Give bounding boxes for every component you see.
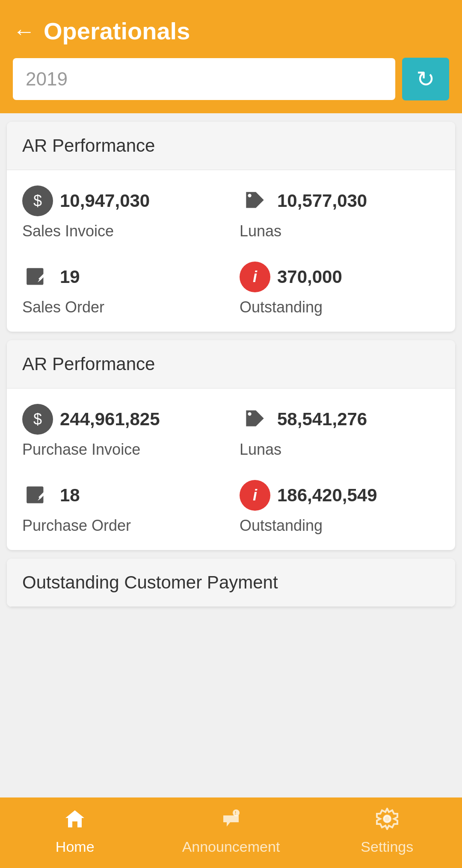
settings-icon: [376, 808, 398, 835]
sales-invoice-label: Sales Invoice: [22, 222, 222, 240]
ar-performance-section-2: AR Performance $ 244,961,825 Purchase In…: [7, 340, 455, 550]
refresh-button[interactable]: ↻: [402, 58, 449, 100]
search-row: ↻: [13, 58, 449, 100]
lunas-1-value-row: 10,577,030: [240, 185, 440, 216]
outstanding-2-value: 186,420,549: [277, 485, 377, 506]
tag-icon-2: [240, 404, 270, 435]
outstanding-1-value-row: i 370,000: [240, 262, 440, 292]
header: ← Operationals ↻: [0, 0, 462, 113]
lunas-2-value-row: 58,541,276: [240, 404, 440, 435]
nav-announcement-label: Announcement: [182, 839, 280, 855]
nav-item-announcement[interactable]: ! Announcement: [182, 808, 280, 855]
lunas-1-label: Lunas: [240, 222, 440, 240]
outstanding-2-value-row: i 186,420,549: [240, 480, 440, 511]
section-title-2: AR Performance: [22, 354, 155, 374]
lunas-2-label: Lunas: [240, 441, 440, 459]
year-input[interactable]: [13, 58, 395, 100]
section-title-1: AR Performance: [22, 135, 155, 156]
outstanding-2-label: Outstanding: [240, 517, 440, 535]
purchase-order-label: Purchase Order: [22, 517, 222, 535]
sales-order-label: Sales Order: [22, 298, 222, 316]
nav-home-label: Home: [56, 839, 95, 855]
metric-outstanding-2[interactable]: i 186,420,549 Outstanding: [240, 480, 440, 535]
lunas-1-value: 10,577,030: [277, 191, 367, 211]
bottom-nav: Home ! Announcement Settings: [0, 797, 462, 868]
sales-invoice-value: 10,947,030: [60, 191, 150, 211]
tag-icon-1: [240, 185, 270, 216]
section-body-2: $ 244,961,825 Purchase Invoice: [7, 388, 455, 550]
metrics-grid-1: $ 10,947,030 Sales Invoice: [22, 185, 440, 316]
metric-sales-order[interactable]: 19 Sales Order: [22, 262, 222, 316]
metrics-grid-2: $ 244,961,825 Purchase Invoice: [22, 404, 440, 535]
section-header-1: AR Performance: [7, 122, 455, 170]
sales-invoice-value-row: $ 10,947,030: [22, 185, 222, 216]
section-header-2: AR Performance: [7, 340, 455, 388]
home-icon: [64, 808, 86, 835]
metric-lunas-1[interactable]: 10,577,030 Lunas: [240, 185, 440, 240]
sales-order-value: 19: [60, 267, 80, 287]
nav-item-settings[interactable]: Settings: [344, 808, 430, 855]
metric-outstanding-1[interactable]: i 370,000 Outstanding: [240, 262, 440, 316]
outstanding-section-header: Outstanding Customer Payment: [7, 559, 455, 607]
announcement-icon: !: [220, 808, 242, 835]
purchase-invoice-value-row: $ 244,961,825: [22, 404, 222, 435]
sales-order-value-row: 19: [22, 262, 222, 292]
edit-icon-2: [22, 480, 53, 511]
ar-performance-section-1: AR Performance $ 10,947,030 Sales Invoic…: [7, 122, 455, 332]
purchase-order-value: 18: [60, 485, 80, 506]
svg-marker-6: [65, 810, 84, 827]
outstanding-customer-payment-section: Outstanding Customer Payment: [7, 559, 455, 607]
metric-lunas-2[interactable]: 58,541,276 Lunas: [240, 404, 440, 459]
purchase-order-value-row: 18: [22, 480, 222, 511]
refresh-icon: ↻: [416, 66, 435, 92]
dollar-circle-icon-2: $: [22, 404, 53, 435]
outstanding-section-title: Outstanding Customer Payment: [22, 572, 278, 592]
header-top: ← Operationals: [13, 17, 449, 45]
metric-sales-invoice[interactable]: $ 10,947,030 Sales Invoice: [22, 185, 222, 240]
dollar-circle-icon-1: $: [22, 185, 53, 216]
purchase-invoice-value: 244,961,825: [60, 409, 160, 430]
metric-purchase-invoice[interactable]: $ 244,961,825 Purchase Invoice: [22, 404, 222, 459]
nav-item-home[interactable]: Home: [32, 808, 118, 855]
svg-text:!: !: [235, 811, 236, 815]
section-body-1: $ 10,947,030 Sales Invoice: [7, 170, 455, 332]
edit-icon-1: [22, 262, 53, 292]
outstanding-1-value: 370,000: [277, 267, 342, 287]
outstanding-1-label: Outstanding: [240, 298, 440, 316]
lunas-2-value: 58,541,276: [277, 409, 367, 430]
info-circle-icon-2: i: [240, 480, 270, 511]
page-title: Operationals: [44, 17, 190, 45]
back-button[interactable]: ←: [13, 20, 35, 42]
content: AR Performance $ 10,947,030 Sales Invoic…: [0, 113, 462, 797]
metric-purchase-order[interactable]: 18 Purchase Order: [22, 480, 222, 535]
nav-settings-label: Settings: [361, 839, 413, 855]
purchase-invoice-label: Purchase Invoice: [22, 441, 222, 459]
info-circle-icon-1: i: [240, 262, 270, 292]
